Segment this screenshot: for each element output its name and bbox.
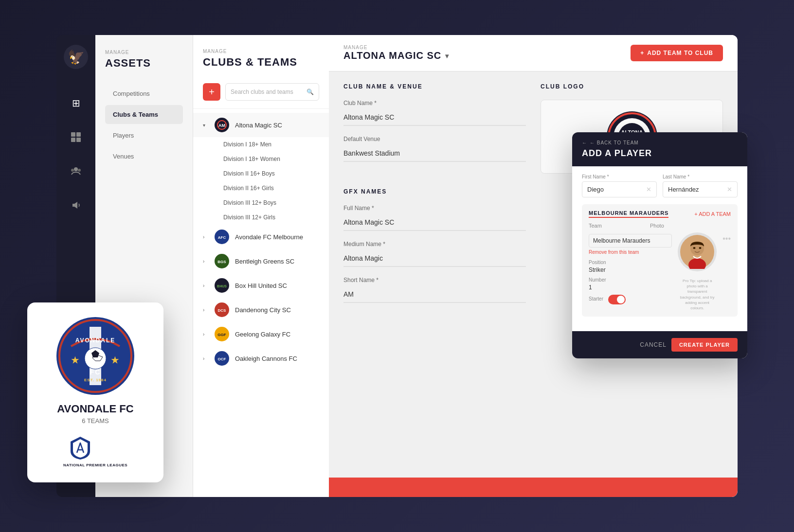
number-value: 1	[589, 284, 672, 291]
number-section: Number 1	[589, 277, 672, 291]
club-name-venue-section: CLUB NAME & VENUE Club Name * Default Ve…	[343, 83, 526, 174]
chevron-right-icon: ›	[203, 234, 209, 240]
clubs-panel-header: MANAGE CLUBS & TEAMS + Search clubs and …	[193, 35, 329, 109]
club-item-oakleigh[interactable]: › OCF Oakleigh Cannons FC	[193, 346, 329, 371]
club-item-bentleigh[interactable]: › BGS Bentleigh Greens SC	[193, 249, 329, 273]
position-label: Position	[589, 260, 672, 265]
team-data-row: Melbourne Marauders Remove from this tea…	[589, 232, 731, 311]
short-name-label: Short Name *	[343, 277, 526, 284]
oakleigh-name: Oakleigh Cannons FC	[235, 355, 297, 362]
short-name-field: Short Name *	[343, 277, 526, 303]
geelong-badge: GGF	[215, 327, 229, 341]
input-clear-icon-2: ✕	[727, 186, 732, 193]
avondale-name: Avondale FC Melbourne	[235, 233, 303, 241]
boxhill-name: Box Hill United SC	[235, 282, 287, 289]
nav-venues[interactable]: Venues	[105, 147, 183, 166]
club-item-altona[interactable]: ▾ AM Altona Magic SC	[193, 113, 329, 137]
photo-col-header: Photo	[650, 223, 705, 229]
gfx-names-title: GFX NAMES	[343, 188, 526, 195]
modal-back-link[interactable]: ← ← BACK TO TEAM	[582, 140, 738, 145]
avondale-badge: AFC	[215, 230, 229, 244]
clubs-list: ▾ AM Altona Magic SC Division I 18+ Men …	[193, 109, 329, 497]
default-venue-input[interactable]	[343, 145, 526, 162]
team-column-headers: Team Photo	[589, 223, 731, 229]
short-name-input[interactable]	[343, 286, 526, 303]
row-menu: •••	[722, 232, 731, 243]
chevron-right-icon-5: ›	[203, 332, 209, 337]
bentleigh-badge: BGS	[215, 254, 229, 268]
boxhill-badge: BHUS	[215, 278, 229, 293]
svg-text:GGF: GGF	[217, 333, 226, 337]
player-photo[interactable]	[678, 232, 717, 271]
first-name-field: First Name * Diego ✕	[582, 174, 657, 197]
starter-toggle[interactable]	[608, 295, 626, 304]
table-nav-icon[interactable]	[66, 127, 86, 147]
svg-text:AFC: AFC	[218, 235, 226, 240]
first-name-input-display[interactable]: Diego ✕	[582, 181, 657, 197]
add-club-button[interactable]: +	[203, 83, 220, 101]
dropdown-arrow-icon[interactable]: ▾	[445, 52, 449, 60]
svg-rect-12	[71, 132, 75, 137]
svg-text:★: ★	[71, 355, 79, 365]
assets-manage-label: MANAGE	[105, 50, 183, 55]
main-manage-label: MANAGE	[343, 45, 449, 50]
users-nav-icon[interactable]	[66, 161, 86, 181]
team-div2-16-girls[interactable]: Division II 16+ Girls	[193, 181, 329, 195]
club-item-boxhill[interactable]: › BHUS Box Hill United SC	[193, 273, 329, 298]
main-header: MANAGE ALTONA MAGIC SC ▾ + ADD TEAM TO C…	[329, 35, 738, 71]
club-item-dandenong[interactable]: › DCS Dandenong City SC	[193, 298, 329, 322]
npl-league-text: NATIONAL PREMIER LEAGUES	[63, 463, 127, 468]
club-item-avondale[interactable]: › AFC Avondale FC Melbourne	[193, 225, 329, 249]
medium-name-label: Medium Name *	[343, 241, 526, 248]
input-clear-icon: ✕	[646, 186, 651, 193]
modal-title: ADD A PLAYER	[582, 148, 738, 159]
search-placeholder-text: Search clubs and teams	[231, 89, 293, 95]
app-logo: 🦅	[64, 45, 88, 69]
team-div3-12-girls[interactable]: Division III 12+ Girls	[193, 210, 329, 225]
svg-point-17	[71, 169, 74, 172]
clubs-manage-label: MANAGE	[203, 49, 319, 54]
number-label: Number	[589, 277, 672, 283]
cancel-button[interactable]: CANCEL	[640, 338, 667, 352]
medium-name-input[interactable]	[343, 250, 526, 267]
nav-players[interactable]: Players	[105, 126, 183, 145]
svg-rect-13	[76, 132, 81, 137]
team-select[interactable]: Melbourne Marauders	[589, 234, 672, 248]
club-item-geelong[interactable]: › GGF Geelong Galaxy FC	[193, 322, 329, 346]
svg-text:OCF: OCF	[218, 357, 226, 361]
add-team-link[interactable]: + ADD A TEAM	[694, 211, 731, 217]
team-div3-12-boys[interactable]: Division III 12+ Boys	[193, 195, 329, 210]
dandenong-name: Dandenong City SC	[235, 306, 291, 314]
svg-point-44	[693, 247, 696, 249]
club-card: ★ ★ AVONDALE FC EST. 1984	[27, 302, 163, 482]
altona-name: Altona Magic SC	[235, 122, 282, 129]
chevron-down-icon: ▾	[203, 123, 209, 128]
grid-nav-icon[interactable]: ⊞	[66, 93, 86, 113]
create-player-button[interactable]: CREATE PLAYER	[671, 338, 738, 352]
card-club-name: AVONDALE FC	[57, 403, 133, 415]
last-name-input-display[interactable]: Hernández ✕	[663, 181, 738, 197]
chevron-right-icon-3: ›	[203, 283, 209, 288]
remove-from-team-link[interactable]: Remove from this team	[589, 249, 672, 255]
svg-point-18	[78, 169, 81, 172]
clubs-search-box[interactable]: Search clubs and teams 🔍	[225, 83, 319, 101]
full-name-input[interactable]	[343, 214, 526, 231]
name-row: First Name * Diego ✕ Last Name * Hernánd…	[582, 174, 738, 197]
club-name-input[interactable]	[343, 109, 526, 126]
row-menu-dots[interactable]: •••	[722, 234, 731, 243]
megaphone-nav-icon[interactable]	[66, 195, 86, 215]
card-teams-count: 6 TEAMS	[82, 417, 108, 425]
team-div1-18-men[interactable]: Division I 18+ Men	[193, 137, 329, 152]
position-value: Striker	[589, 266, 672, 273]
add-team-to-club-button[interactable]: + ADD TEAM TO CLUB	[631, 45, 723, 61]
svg-text:EST. 1984: EST. 1984	[84, 378, 107, 382]
first-name-label: First Name *	[582, 174, 657, 179]
clubs-panel: MANAGE CLUBS & TEAMS + Search clubs and …	[193, 35, 329, 497]
starter-label: Starter	[589, 296, 603, 301]
nav-competitions[interactable]: Competitions	[105, 84, 183, 103]
svg-text:AVONDALE: AVONDALE	[75, 337, 115, 344]
last-name-label: Last Name *	[663, 174, 738, 179]
team-div2-16-boys[interactable]: Division II 16+ Boys	[193, 166, 329, 181]
team-div1-18-women[interactable]: Division I 18+ Women	[193, 152, 329, 166]
nav-clubs-teams[interactable]: Clubs & Teams	[105, 105, 183, 124]
